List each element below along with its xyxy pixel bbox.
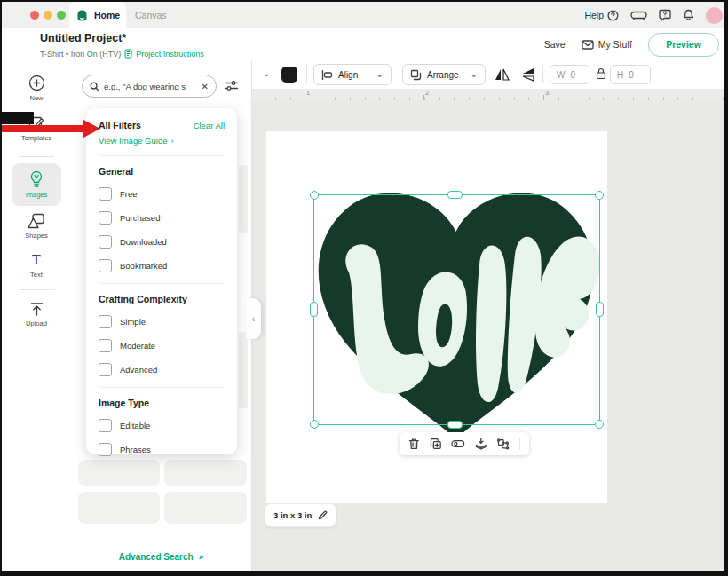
search-placeholder: e.g., "A dog wearing s — [104, 82, 197, 91]
sidebar-item-text[interactable]: T Text — [2, 252, 71, 279]
filter-tune-icon[interactable] — [224, 79, 239, 92]
image-search-input[interactable]: e.g., "A dog wearing s ✕ — [82, 75, 217, 98]
image-placeholder-tile — [78, 460, 160, 486]
chevron-right-icon: › — [170, 136, 173, 146]
sidebar-item-label: Upload — [26, 320, 47, 327]
size-badge[interactable]: 3 in x 3 in — [265, 503, 336, 527]
panel-collapse-button[interactable]: ‹ — [246, 298, 261, 339]
sidebar-item-shapes[interactable]: Shapes — [2, 213, 71, 240]
checkbox[interactable] — [99, 187, 112, 201]
advanced-search-link[interactable]: Advanced Search » — [71, 542, 251, 571]
arrange-dropdown[interactable]: Arrange ⌄ — [402, 64, 486, 85]
ruler-label-1: 1 — [306, 89, 310, 97]
height-value: 0 — [629, 70, 634, 80]
filter-option-moderate[interactable]: Moderate — [99, 339, 225, 352]
selection-bounding-box[interactable] — [313, 194, 600, 425]
height-label: H — [617, 70, 623, 80]
project-instructions-link[interactable]: Project Instructions — [136, 50, 204, 59]
checkbox[interactable] — [99, 259, 112, 272]
filter-option-phrases[interactable]: Phrases — [99, 443, 225, 456]
resize-handle-middle-right[interactable] — [596, 302, 604, 317]
color-swatch[interactable] — [281, 67, 297, 83]
advanced-search-label: Advanced Search — [119, 552, 194, 562]
flip-horizontal-icon[interactable] — [495, 67, 510, 82]
images-lightbulb-icon — [29, 170, 44, 188]
width-input[interactable]: W 0 — [550, 65, 590, 84]
arrange-label: Arrange — [427, 70, 465, 80]
resize-handle-top-center[interactable] — [447, 191, 463, 199]
resize-handle-bottom-center[interactable] — [447, 421, 463, 429]
question-bubble-icon[interactable] — [659, 9, 671, 21]
close-window-button[interactable] — [30, 11, 39, 20]
save-button[interactable]: Save — [544, 39, 566, 50]
filter-option-label: Free — [120, 189, 138, 199]
help-menu[interactable]: Help — [584, 10, 619, 21]
resize-handle-middle-left[interactable] — [310, 302, 318, 317]
height-input[interactable]: H 0 — [610, 65, 651, 84]
flatten-icon[interactable] — [475, 438, 487, 450]
resize-handle-bottom-right[interactable] — [595, 420, 604, 429]
checkbox[interactable] — [99, 339, 112, 352]
machine-icon[interactable] — [630, 10, 647, 21]
weld-icon[interactable] — [496, 438, 510, 450]
delete-trash-icon[interactable] — [408, 438, 420, 450]
user-avatar[interactable] — [706, 7, 723, 24]
checkbox[interactable] — [99, 211, 112, 225]
hide-icon[interactable] — [451, 439, 465, 448]
size-badge-label: 3 in x 3 in — [273, 510, 312, 520]
filter-option-label: Advanced — [120, 365, 157, 375]
image-placeholder-tile — [239, 332, 248, 408]
sidebar-item-upload[interactable]: Upload — [2, 302, 71, 327]
image-placeholder-tile — [164, 492, 247, 524]
chevron-left-icon: ‹ — [252, 314, 255, 324]
edit-toolbar: ⌄ Align ⌄ Arrange ⌄ W 0 H 0 — [251, 60, 724, 90]
filter-option-purchased[interactable]: Purchased — [99, 211, 225, 225]
filter-option-bookmarked[interactable]: Bookmarked — [99, 259, 225, 272]
image-placeholder-tile — [78, 492, 160, 524]
duplicate-icon[interactable] — [430, 438, 442, 450]
minimize-window-button[interactable] — [44, 11, 52, 20]
filter-option-editable[interactable]: Editable — [99, 419, 225, 432]
clear-search-icon[interactable]: ✕ — [202, 82, 209, 91]
checkbox[interactable] — [99, 419, 112, 432]
shapes-icon — [28, 213, 45, 229]
tab-home[interactable]: Home — [69, 2, 126, 28]
image-placeholder-tile — [239, 165, 248, 233]
chevron-down-icon: ⌄ — [471, 70, 478, 79]
chevron-down-icon[interactable]: ⌄ — [263, 69, 270, 78]
help-circle-icon — [607, 10, 619, 21]
resize-handle-top-left[interactable] — [310, 191, 319, 200]
filter-option-downloaded[interactable]: Downloaded — [99, 235, 225, 249]
project-title: Untitled Project* — [40, 32, 126, 44]
sidebar-item-new[interactable]: New — [2, 75, 71, 102]
tab-canvas[interactable]: Canvas — [135, 2, 167, 28]
checkbox[interactable] — [99, 443, 112, 456]
preview-label: Preview — [666, 39, 701, 50]
filter-option-free[interactable]: Free — [99, 187, 225, 201]
resize-handle-top-right[interactable] — [595, 191, 604, 200]
lock-icon[interactable] — [596, 67, 606, 80]
clear-all-link[interactable]: Clear All — [194, 121, 225, 130]
width-label: W — [557, 70, 565, 80]
view-image-guide-link[interactable]: View Image Guide › — [99, 136, 225, 146]
checkbox[interactable] — [99, 235, 112, 249]
edit-pencil-icon — [318, 510, 328, 520]
my-stuff-label: My Stuff — [598, 39, 632, 50]
flip-vertical-icon[interactable] — [521, 67, 536, 82]
title-bar: Home Canvas Help — [2, 2, 724, 29]
align-dropdown[interactable]: Align ⌄ — [313, 64, 392, 85]
resize-handle-bottom-left[interactable] — [310, 420, 319, 429]
instructions-doc-icon — [124, 49, 132, 59]
filter-option-simple[interactable]: Simple — [99, 315, 225, 328]
filter-section-heading: Crafting Complexity — [99, 294, 225, 304]
horizontal-ruler: 1 2 3 — [251, 89, 724, 101]
filter-option-advanced[interactable]: Advanced — [99, 363, 225, 376]
notifications-bell-icon[interactable] — [683, 9, 694, 21]
maximize-window-button[interactable] — [57, 11, 66, 20]
preview-button[interactable]: Preview — [648, 33, 719, 57]
sidebar-item-images[interactable]: Images — [12, 163, 61, 206]
checkbox[interactable] — [99, 315, 112, 328]
my-stuff-button[interactable]: My Stuff — [582, 39, 632, 50]
design-canvas[interactable]: 3 in x 3 in — [251, 100, 724, 571]
checkbox[interactable] — [99, 363, 112, 376]
